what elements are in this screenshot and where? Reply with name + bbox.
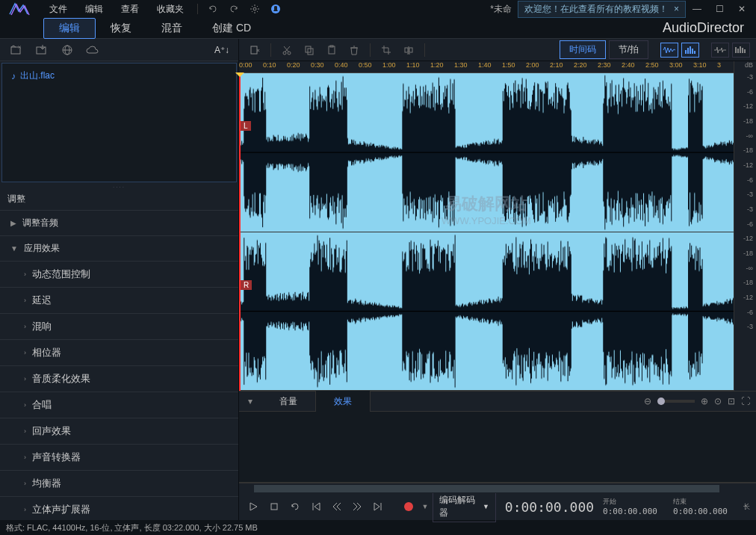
svg-rect-18 bbox=[687, 48, 689, 54]
redo-icon[interactable] bbox=[223, 0, 244, 18]
split-icon[interactable] bbox=[399, 41, 418, 59]
import-folder-icon[interactable] bbox=[34, 43, 49, 58]
spectrogram-icon[interactable] bbox=[732, 43, 750, 58]
waveform-view-icon[interactable] bbox=[660, 43, 678, 58]
zoom-slider[interactable] bbox=[657, 400, 695, 403]
close-button[interactable]: ✕ bbox=[731, 0, 753, 18]
music-note-icon: ♪ bbox=[11, 71, 16, 81]
effect-item[interactable]: ›声音转换器 bbox=[0, 445, 238, 471]
settings-icon[interactable] bbox=[244, 0, 265, 18]
stop-button[interactable] bbox=[266, 498, 282, 516]
effect-item[interactable]: ›动态范围控制 bbox=[0, 262, 238, 288]
svg-rect-15 bbox=[409, 48, 412, 52]
timecode-button[interactable]: 时间码 bbox=[560, 40, 606, 59]
svg-rect-21 bbox=[694, 51, 695, 54]
file-toolbar: A⁺↓ bbox=[0, 39, 238, 61]
start-time: 开始 0:00:00.000 bbox=[603, 497, 657, 516]
chevron-down-icon: ▼ bbox=[10, 244, 18, 253]
delete-icon[interactable] bbox=[344, 41, 364, 59]
menu-view[interactable]: 查看 bbox=[112, 0, 148, 19]
undo-icon[interactable] bbox=[202, 0, 223, 18]
play-button[interactable] bbox=[245, 498, 261, 516]
tab-create-cd[interactable]: 创建 CD bbox=[197, 19, 266, 38]
record-button[interactable] bbox=[401, 498, 418, 516]
welcome-banner[interactable]: 欢迎您！在此查看所有的教程视频！ × bbox=[518, 1, 686, 18]
zoom-fit-icon[interactable]: ⊙ bbox=[714, 396, 722, 406]
chevron-right-icon: › bbox=[24, 480, 26, 487]
effect-track[interactable] bbox=[239, 412, 756, 483]
tab-volume[interactable]: 音量 bbox=[261, 391, 316, 412]
tab-edit[interactable]: 编辑 bbox=[43, 18, 96, 39]
collapse-icon[interactable]: ▾ bbox=[239, 391, 261, 412]
wave-channels[interactable]: L R 易破解网站 WWW.YPOJIE.COM bbox=[239, 73, 734, 391]
menu-file[interactable]: 文件 bbox=[40, 0, 76, 19]
fullscreen-icon[interactable]: ⛶ bbox=[741, 396, 750, 406]
svg-rect-22 bbox=[735, 47, 737, 53]
effect-item[interactable]: ›合唱 bbox=[0, 392, 238, 418]
zoom-in-icon[interactable]: ⊕ bbox=[701, 396, 708, 406]
notification-icon[interactable] bbox=[265, 0, 286, 18]
svg-rect-24 bbox=[740, 46, 741, 53]
svg-point-0 bbox=[253, 7, 256, 10]
svg-rect-17 bbox=[685, 50, 687, 54]
waveform-right[interactable] bbox=[239, 232, 734, 391]
file-item[interactable]: ♪ 出山.flac bbox=[5, 67, 233, 85]
cloud-icon[interactable] bbox=[85, 43, 100, 58]
transport-bar: ▼ 编码解码器▼ 0:00:00.000 开始 0:00:00.000 结束 0… bbox=[239, 493, 756, 520]
minimize-button[interactable]: — bbox=[686, 0, 708, 18]
menu-edit[interactable]: 编辑 bbox=[76, 0, 112, 19]
crop-icon[interactable] bbox=[377, 41, 396, 59]
chevron-right-icon: › bbox=[24, 349, 26, 356]
group-adjust-audio[interactable]: ▶ 调整音频 bbox=[0, 211, 238, 236]
horizontal-scrollbar[interactable] bbox=[239, 483, 756, 493]
zoom-full-icon[interactable]: ⊡ bbox=[728, 396, 735, 406]
close-icon[interactable]: × bbox=[674, 4, 679, 14]
tab-restore[interactable]: 恢复 bbox=[96, 19, 146, 38]
effect-item[interactable]: ›相位器 bbox=[0, 340, 238, 366]
length-label: 长 bbox=[743, 502, 750, 512]
maximize-button[interactable]: ☐ bbox=[708, 0, 731, 18]
beat-button[interactable]: 节/拍 bbox=[609, 40, 648, 59]
svg-rect-19 bbox=[690, 46, 691, 54]
effect-item[interactable]: ›混响 bbox=[0, 314, 238, 340]
forward-button[interactable] bbox=[349, 498, 365, 516]
effect-item[interactable]: ›立体声扩展器 bbox=[0, 497, 238, 520]
group-apply-effects[interactable]: ▼ 应用效果 bbox=[0, 236, 238, 262]
paste-icon[interactable] bbox=[322, 41, 341, 59]
effect-item[interactable]: ›延迟 bbox=[0, 288, 238, 314]
waveform-alt-icon[interactable] bbox=[711, 43, 729, 58]
effect-item[interactable]: ›回声效果 bbox=[0, 418, 238, 445]
chevron-right-icon: › bbox=[24, 427, 26, 435]
encoder-button[interactable]: 编码解码器▼ bbox=[433, 491, 496, 522]
svg-rect-25 bbox=[742, 48, 743, 53]
rewind-button[interactable] bbox=[329, 498, 345, 516]
svg-rect-27 bbox=[271, 504, 277, 510]
titlebar: 文件 编辑 查看 收藏夹 *未命 欢迎您！在此查看所有的教程视频！ × — ☐ … bbox=[0, 0, 756, 18]
select-tool-icon[interactable] bbox=[245, 41, 264, 59]
svg-rect-23 bbox=[737, 49, 739, 53]
prev-button[interactable] bbox=[308, 498, 324, 516]
copy-icon[interactable] bbox=[300, 41, 319, 59]
import-file-icon[interactable] bbox=[9, 43, 24, 58]
file-list: ♪ 出山.flac bbox=[1, 63, 237, 182]
waveform-left[interactable] bbox=[239, 73, 734, 232]
adjust-panel: 调整 ▶ 调整音频 ▼ 应用效果 ›动态范围控制›延迟›混响›相位器›音质柔化效… bbox=[0, 188, 238, 520]
zoom-out-icon[interactable]: ⊖ bbox=[644, 396, 651, 406]
welcome-text: 欢迎您！在此查看所有的教程视频！ bbox=[524, 3, 668, 16]
chevron-right-icon: › bbox=[24, 454, 26, 461]
loop-button[interactable] bbox=[287, 498, 303, 516]
editor-toolbar: 时间码 节/拍 bbox=[239, 39, 756, 61]
time-ruler[interactable]: 0:000:100:200:300:400:501:001:101:201:30… bbox=[239, 61, 734, 73]
next-button[interactable] bbox=[370, 498, 386, 516]
font-size-button[interactable]: A⁺↓ bbox=[214, 43, 229, 58]
tab-mix[interactable]: 混音 bbox=[146, 19, 197, 38]
cut-icon[interactable] bbox=[277, 41, 297, 59]
spectrum-view-icon[interactable] bbox=[681, 43, 699, 58]
effect-item[interactable]: ›音质柔化效果 bbox=[0, 366, 238, 392]
effect-item[interactable]: ›均衡器 bbox=[0, 471, 238, 497]
app-name: AudioDirector bbox=[663, 20, 750, 36]
tab-effects[interactable]: 效果 bbox=[316, 391, 371, 412]
menu-favorites[interactable]: 收藏夹 bbox=[148, 0, 193, 19]
playhead[interactable] bbox=[239, 73, 241, 391]
web-icon[interactable] bbox=[60, 43, 75, 58]
